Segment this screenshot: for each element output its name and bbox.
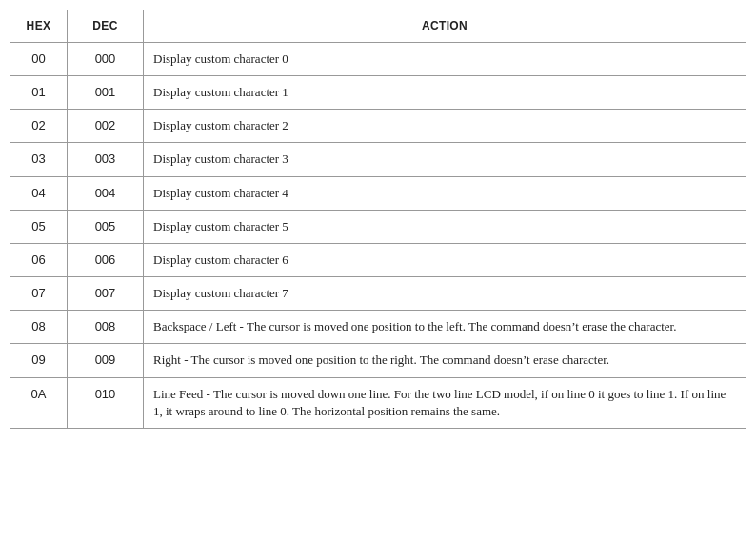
dec-cell: 003 — [68, 143, 144, 176]
table-row: 02002Display custom character 2 — [10, 110, 746, 143]
table-row: 0A010Line Feed - The cursor is moved dow… — [10, 377, 746, 428]
hex-cell: 06 — [10, 243, 68, 276]
hex-cell: 05 — [10, 210, 68, 243]
dec-cell: 000 — [68, 42, 144, 75]
hex-cell: 02 — [10, 110, 68, 143]
action-cell: Display custom character 1 — [144, 75, 746, 109]
action-cell: Backspace / Left - The cursor is moved o… — [144, 311, 746, 344]
hex-cell: 04 — [10, 176, 68, 210]
action-cell: Display custom character 5 — [144, 210, 746, 243]
dec-cell: 010 — [68, 377, 144, 428]
hex-cell: 0A — [10, 377, 68, 428]
table-row: 04004Display custom character 4 — [10, 176, 746, 210]
hex-cell: 03 — [10, 143, 68, 176]
action-cell: Line Feed - The cursor is moved down one… — [144, 377, 746, 428]
hex-cell: 01 — [10, 75, 68, 109]
dec-cell: 001 — [68, 75, 144, 109]
dec-cell: 006 — [68, 243, 144, 276]
action-cell: Display custom character 4 — [144, 176, 746, 210]
table-row: 03003Display custom character 3 — [10, 143, 746, 176]
hex-cell: 09 — [10, 344, 68, 377]
table-row: 00000Display custom character 0 — [10, 42, 746, 75]
command-table: HEX DEC ACTION 00000Display custom chara… — [10, 10, 746, 429]
action-cell: Display custom character 0 — [144, 42, 746, 75]
hex-cell: 00 — [10, 42, 68, 75]
dec-cell: 007 — [68, 277, 144, 311]
hex-cell: 07 — [10, 277, 68, 311]
table-row: 09009Right - The cursor is moved one pos… — [10, 344, 746, 377]
dec-cell: 005 — [68, 210, 144, 243]
dec-header: DEC — [68, 10, 144, 43]
table-row: 05005Display custom character 5 — [10, 210, 746, 243]
dec-cell: 009 — [68, 344, 144, 377]
action-header: ACTION — [144, 10, 746, 43]
action-cell: Display custom character 2 — [144, 110, 746, 143]
action-cell: Display custom character 6 — [144, 243, 746, 276]
dec-cell: 008 — [68, 311, 144, 344]
hex-cell: 08 — [10, 311, 68, 344]
table-row: 07007Display custom character 7 — [10, 277, 746, 311]
action-cell: Display custom character 7 — [144, 277, 746, 311]
table-row: 06006Display custom character 6 — [10, 243, 746, 276]
dec-cell: 004 — [68, 176, 144, 210]
dec-cell: 002 — [68, 110, 144, 143]
table-row: 08008Backspace / Left - The cursor is mo… — [10, 311, 746, 344]
action-cell: Display custom character 3 — [144, 143, 746, 176]
table-row: 01001Display custom character 1 — [10, 75, 746, 109]
hex-header: HEX — [10, 10, 68, 43]
action-cell: Right - The cursor is moved one position… — [144, 344, 746, 377]
